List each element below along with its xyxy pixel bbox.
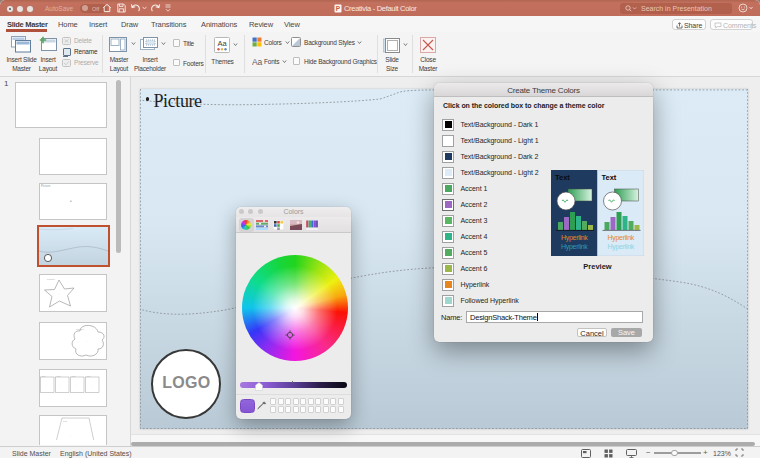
svg-text:Hyperlink: Hyperlink (608, 234, 635, 242)
svg-text:...: ... (60, 384, 62, 386)
svg-text:Hyperlink: Hyperlink (561, 234, 588, 242)
svg-text:P: P (336, 4, 341, 11)
svg-text:...: ... (75, 384, 77, 386)
svg-text:Aa: Aa (252, 57, 262, 67)
svg-text:Picture: Picture (47, 278, 55, 281)
svg-text:...: ... (58, 293, 60, 295)
svg-text:Text: Text (555, 173, 570, 182)
svg-text:Pict: Pict (87, 375, 91, 377)
svg-text:Pict: Pict (42, 375, 46, 377)
svg-text:Pict: Pict (57, 375, 61, 377)
svg-text:Pict: Pict (72, 375, 76, 377)
svg-text:Hyperlink: Hyperlink (561, 243, 588, 251)
svg-text:Pict: Pict (63, 420, 67, 422)
svg-text:Aa: Aa (218, 39, 228, 48)
svg-text:...: ... (90, 384, 92, 386)
svg-text:Picture: Picture (76, 328, 84, 331)
svg-text:Text: Text (602, 173, 617, 182)
svg-text:...: ... (70, 434, 72, 436)
svg-text:...: ... (45, 384, 47, 386)
svg-text:Hyperlink: Hyperlink (608, 243, 635, 251)
svg-text:...: ... (86, 340, 88, 342)
